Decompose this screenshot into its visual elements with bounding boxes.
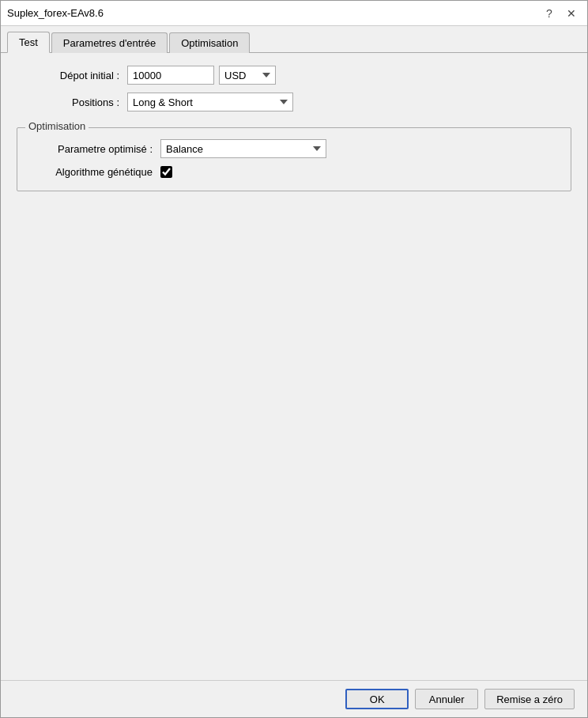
positions-row: Positions : Long & Short Long only Short… [17, 93, 571, 111]
tab-optimisation[interactable]: Optimisation [169, 32, 250, 53]
algorithme-row: Algorithme génétique [30, 166, 558, 178]
group-title: Optimisation [25, 120, 89, 132]
ok-button[interactable]: OK [345, 689, 409, 709]
close-button[interactable]: ✕ [562, 4, 581, 23]
window-title: Suplex_forex-EAv8.6 [7, 7, 104, 19]
positions-controls: Long & Short Long only Short only [127, 93, 293, 111]
title-bar-left: Suplex_forex-EAv8.6 [7, 7, 104, 19]
parametre-select[interactable]: Balance Profit factor Max drawdown Sharp… [160, 139, 326, 158]
depot-input[interactable] [127, 66, 214, 85]
remise-button[interactable]: Remise a zéro [484, 689, 575, 709]
tab-content: Dépot initial : USD EUR GBP Positions : … [1, 53, 587, 680]
main-window: Suplex_forex-EAv8.6 ? ✕ Test Parametres … [0, 0, 588, 718]
algorithme-checkbox-wrapper [160, 166, 172, 178]
algorithme-checkbox[interactable] [160, 166, 172, 178]
tab-params[interactable]: Parametres d'entrée [51, 32, 168, 53]
depot-controls: USD EUR GBP [127, 66, 276, 85]
bottom-area: OK Annuler Remise a zéro [1, 680, 587, 717]
depot-label: Dépot initial : [17, 70, 119, 81]
tab-test[interactable]: Test [7, 32, 50, 53]
title-bar: Suplex_forex-EAv8.6 ? ✕ [1, 1, 587, 26]
optimisation-group: Optimisation Parametre optimisé : Balanc… [17, 127, 571, 191]
depot-row: Dépot initial : USD EUR GBP [17, 66, 571, 85]
help-button[interactable]: ? [540, 4, 559, 23]
title-bar-right: ? ✕ [540, 4, 581, 23]
parametre-row: Parametre optimisé : Balance Profit fact… [30, 139, 558, 158]
annuler-button[interactable]: Annuler [415, 689, 478, 709]
currency-select[interactable]: USD EUR GBP [219, 66, 276, 85]
parametre-label: Parametre optimisé : [30, 143, 153, 155]
tabs-bar: Test Parametres d'entrée Optimisation [1, 26, 587, 53]
algorithme-label: Algorithme génétique [30, 166, 153, 178]
positions-label: Positions : [17, 96, 119, 108]
positions-select[interactable]: Long & Short Long only Short only [127, 93, 293, 111]
